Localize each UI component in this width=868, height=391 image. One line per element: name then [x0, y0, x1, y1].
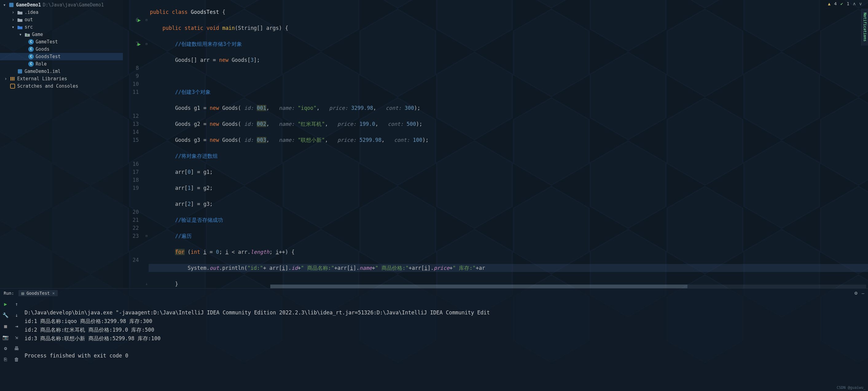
scroll-up-icon[interactable]: ↑ — [13, 301, 20, 308]
stop-icon[interactable]: ■ — [2, 323, 9, 330]
iml-icon — [17, 68, 23, 74]
console-line: id:3 商品名称:联想小新 商品价格:5299.98 库存:100 — [25, 335, 161, 341]
run-tool-window: Run: ▤ GoodsTest × ⚙ — ▶ 🔧 ■ 📷 ⚙ ⎘ — [0, 288, 868, 391]
class-icon: C — [28, 39, 34, 45]
scrollbar-thumb[interactable] — [270, 284, 687, 288]
warning-icon: ▲ — [828, 1, 830, 6]
minimize-icon[interactable]: — — [862, 291, 864, 296]
rerun-icon[interactable]: ▶ — [2, 301, 9, 308]
tree-class-goodstest[interactable]: C GoodsTest — [0, 53, 123, 60]
svg-rect-2 — [18, 69, 22, 74]
line-gutter[interactable]: 6▶ 7▶ 891011 12131415 16171819 20212223 … — [123, 0, 144, 288]
soft-wrap-icon[interactable]: ⇥ — [13, 323, 20, 330]
package-icon — [25, 32, 30, 37]
chevron-down-icon: ▾ — [3, 1, 7, 9]
tree-class-role[interactable]: C Role — [0, 60, 123, 68]
run-config-icon: ▤ — [22, 291, 24, 296]
svg-rect-5 — [13, 77, 14, 81]
tree-label: Role — [36, 60, 47, 68]
console-line: id:1 商品名称:iqoo 商品价格:3299.98 库存:300 — [25, 318, 152, 324]
fold-toggle-icon[interactable]: ⊟ — [144, 232, 149, 240]
console-line: Process finished with exit code 0 — [25, 353, 128, 359]
tree-node-game-pkg[interactable]: ▾ Game — [0, 31, 123, 38]
tree-label: .idea — [25, 9, 38, 16]
chevron-down-icon: ▾ — [19, 31, 23, 38]
chevron-down-icon: ▾ — [12, 23, 16, 31]
tree-external-libs[interactable]: › External Libraries — [0, 75, 123, 82]
folder-icon — [17, 9, 23, 15]
watermark: CSDN @guaiwu_ — [837, 386, 866, 390]
print-icon[interactable]: 🖶 — [13, 345, 20, 352]
tree-label: Game — [32, 31, 43, 38]
run-tab-label: GoodsTest — [26, 291, 50, 296]
source-folder-icon — [17, 24, 23, 30]
run-tab[interactable]: ▤ GoodsTest × — [19, 290, 58, 296]
run-gutter-icon[interactable]: ▶ — [137, 40, 141, 48]
tree-node-src[interactable]: ▾ src — [0, 23, 123, 31]
gear-icon[interactable]: ⚙ — [855, 290, 858, 296]
project-path: D:\Java\java\GameDemo1 — [43, 1, 104, 9]
tree-scratches[interactable]: Scratches and Consoles — [0, 82, 123, 90]
notifications-label: Notifications — [863, 12, 867, 41]
tree-class-goods[interactable]: C Goods — [0, 46, 123, 53]
tree-label: GameTest — [36, 38, 58, 46]
warning-count: 4 — [834, 1, 837, 6]
camera-icon[interactable]: 📷 — [2, 334, 9, 341]
notifications-tab[interactable]: Notifications — [861, 9, 868, 46]
console-line: id:2 商品名称:红米耳机 商品价格:199.0 库存:500 — [25, 327, 154, 333]
inspections-widget[interactable]: ▲ 4 ✔ 1 ʌ v — [828, 1, 862, 6]
chevron-right-icon: › — [12, 16, 16, 23]
code-comment: //将对象存进数组 — [175, 153, 218, 159]
scratches-icon — [10, 83, 16, 89]
console-output[interactable]: D:\Java\develop\bin\java.exe "-javaagent… — [22, 298, 868, 391]
fold-end-icon[interactable]: ⊥ — [144, 280, 149, 288]
chevron-right-icon: › — [12, 9, 16, 16]
class-icon: C — [28, 54, 34, 59]
tree-label: src — [25, 23, 33, 31]
fold-toggle-icon[interactable]: ⊟ — [144, 40, 149, 48]
exit-icon[interactable]: ⎘ — [2, 356, 9, 363]
svg-rect-4 — [12, 77, 13, 81]
scroll-down-icon[interactable]: ↓ — [13, 312, 20, 319]
typo-count: 1 — [847, 1, 849, 6]
tree-node-idea[interactable]: › .idea — [0, 9, 123, 16]
tree-label: Scratches and Consoles — [17, 82, 78, 90]
chevron-right-icon: › — [4, 75, 8, 82]
typo-icon: ✔ — [840, 1, 843, 6]
run-title: Run: — [4, 291, 14, 296]
wrench-icon[interactable]: 🔧 — [2, 312, 9, 319]
tree-project-root[interactable]: ▾ GameDemo1 D:\Java\java\GameDemo1 — [0, 1, 123, 9]
tree-node-out[interactable]: › out — [0, 16, 123, 23]
horizontal-scrollbar[interactable] — [270, 284, 866, 288]
class-icon: C — [28, 47, 34, 52]
scroll-to-end-icon[interactable]: ⇲ — [13, 334, 20, 341]
run-actions-left: ▶ 🔧 ■ 📷 ⚙ ⎘ — [0, 298, 11, 391]
code-comment: //遍历 — [175, 233, 192, 239]
fold-toggle-icon[interactable]: ⊟ — [144, 16, 149, 24]
trash-icon[interactable]: 🗑 — [13, 356, 20, 363]
tree-label: GameDemo1.iml — [25, 68, 61, 75]
editor: ▲ 4 ✔ 1 ʌ v Notifications 6▶ 7▶ 891011 1… — [123, 0, 868, 288]
close-tab-icon[interactable]: × — [52, 291, 55, 296]
svg-rect-3 — [10, 77, 11, 81]
libraries-icon — [10, 76, 16, 82]
class-icon: C — [28, 61, 34, 67]
prev-highlight-icon[interactable]: ʌ — [853, 1, 856, 6]
project-tree: ▾ GameDemo1 D:\Java\java\GameDemo1 › .id… — [0, 0, 123, 288]
fold-gutter[interactable]: ⊟ ⊟ ⊟ ⊥ — [144, 0, 149, 288]
tree-class-gametest[interactable]: C GameTest — [0, 38, 123, 46]
next-highlight-icon[interactable]: v — [859, 1, 862, 6]
run-gutter-icon[interactable]: ▶ — [137, 16, 141, 24]
project-name: GameDemo1 — [16, 1, 41, 9]
console-line: D:\Java\develop\bin\java.exe "-javaagent… — [25, 309, 490, 316]
code-body[interactable]: public class GoodsTest { public static v… — [149, 0, 868, 288]
tree-label: Goods — [36, 46, 50, 53]
run-header: Run: ▤ GoodsTest × ⚙ — — [0, 288, 868, 298]
code-comment: //创建数组用来存储3个对象 — [175, 41, 242, 47]
svg-point-1 — [26, 34, 28, 36]
run-actions-right: ↑ ↓ ⇥ ⇲ 🖶 🗑 — [11, 298, 22, 391]
tree-label: out — [25, 16, 33, 23]
tree-node-iml[interactable]: GameDemo1.iml — [0, 68, 123, 75]
settings-icon[interactable]: ⚙ — [2, 345, 9, 352]
folder-icon — [17, 17, 23, 23]
